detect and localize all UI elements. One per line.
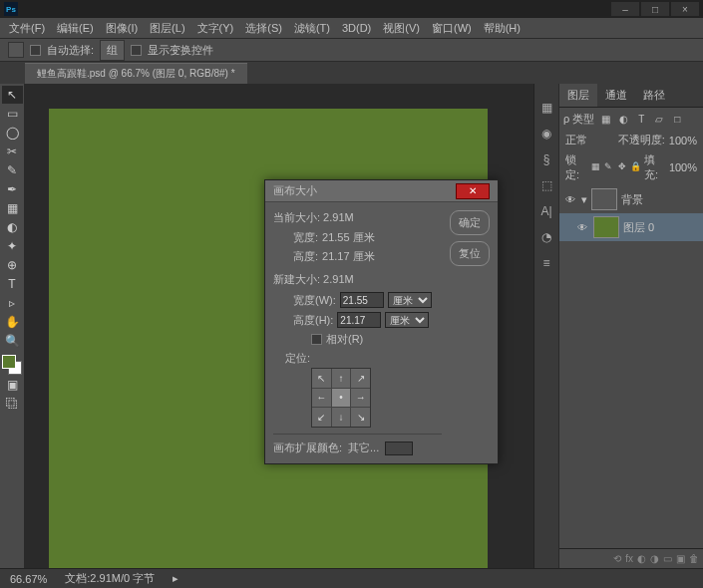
menu-edit[interactable]: 编辑(E) [52, 19, 99, 38]
info-chevron-icon[interactable]: ▸ [173, 572, 178, 585]
mask-icon[interactable]: ◐ [637, 553, 646, 564]
layers-panel: 图层 通道 路径 ρ 类型 ▦ ◐ T ▱ □ 正常 不透明度: 100% 锁定… [558, 84, 703, 568]
ext-color-swatch[interactable] [385, 441, 413, 455]
current-size-section: 当前大小: 2.91M 宽度:21.55 厘米 高度:21.17 厘米 [273, 210, 442, 266]
brush-tool[interactable]: ✒ [2, 180, 23, 198]
menu-view[interactable]: 视图(V) [378, 19, 425, 38]
close-button[interactable]: × [671, 2, 699, 16]
menu-help[interactable]: 帮助(H) [479, 19, 526, 38]
relative-checkbox[interactable] [311, 334, 322, 345]
opacity-value[interactable]: 100% [669, 135, 697, 147]
auto-select-target[interactable]: 组 [100, 40, 125, 61]
type-tool[interactable]: T [2, 275, 23, 293]
color-swatch[interactable] [2, 355, 22, 375]
menu-3d[interactable]: 3D(D) [337, 20, 376, 36]
anchor-c[interactable]: • [332, 389, 351, 408]
filter-type-icon[interactable]: T [634, 114, 648, 126]
layer-name[interactable]: 图层 0 [623, 220, 654, 235]
lock-all-icon[interactable]: 🔒 [630, 161, 641, 173]
filter-smart-icon[interactable]: □ [670, 114, 684, 126]
visibility-icon[interactable]: 👁 [563, 194, 577, 205]
menu-filter[interactable]: 滤镜(T) [289, 19, 335, 38]
group-icon[interactable]: ▭ [663, 553, 672, 564]
adjustments-icon[interactable]: ◔ [537, 228, 555, 246]
quickmask-tool[interactable]: ▣ [2, 376, 23, 394]
anchor-nw[interactable]: ↖ [312, 369, 331, 388]
new-width-input[interactable] [340, 292, 384, 308]
paragraph-icon[interactable]: A| [537, 202, 555, 220]
width-unit-select[interactable]: 厘米 [388, 292, 432, 308]
menu-file[interactable]: 文件(F) [4, 19, 50, 38]
menu-select[interactable]: 选择(S) [240, 19, 287, 38]
lasso-tool[interactable]: ◯ [2, 124, 23, 142]
layer-row[interactable]: 👁 图层 0 [559, 213, 703, 241]
marquee-tool[interactable]: ▭ [2, 105, 23, 123]
visibility-icon[interactable]: 👁 [575, 222, 589, 233]
maximize-button[interactable]: □ [641, 2, 669, 16]
reset-button[interactable]: 复位 [450, 241, 490, 266]
link-icon[interactable]: ⟲ [613, 553, 621, 564]
auto-select-checkbox[interactable] [30, 45, 41, 56]
healing-tool[interactable]: ⊕ [2, 256, 23, 274]
document-tab[interactable]: 鲤鱼高跟鞋.psd @ 66.7% (图层 0, RGB/8#) * [25, 63, 247, 84]
crop-tool[interactable]: ✂ [2, 143, 23, 160]
new-height-input[interactable] [337, 312, 381, 328]
group-name[interactable]: 背景 [621, 192, 643, 207]
anchor-e[interactable]: → [351, 389, 370, 408]
tab-channels[interactable]: 通道 [597, 84, 635, 107]
anchor-sw[interactable]: ↙ [312, 408, 331, 427]
menu-image[interactable]: 图像(I) [101, 19, 143, 38]
path-tool[interactable]: ▹ [2, 294, 23, 312]
anchor-w[interactable]: ← [312, 389, 331, 408]
foreground-color-icon[interactable] [2, 355, 16, 369]
new-layer-icon[interactable]: ▣ [676, 553, 685, 564]
minimize-button[interactable]: – [611, 2, 639, 16]
anchor-grid[interactable]: ↖↑↗ ←•→ ↙↓↘ [311, 368, 371, 428]
gradient-tool[interactable]: ◐ [2, 218, 23, 236]
filter-adjust-icon[interactable]: ◐ [616, 114, 630, 126]
adjustment-icon[interactable]: ◑ [650, 553, 659, 564]
anchor-s[interactable]: ↓ [332, 408, 351, 427]
zoom-value[interactable]: 66.67% [10, 573, 47, 585]
anchor-n[interactable]: ↑ [332, 369, 351, 388]
ok-button[interactable]: 确定 [450, 210, 490, 235]
anchor-se[interactable]: ↘ [351, 408, 370, 427]
lock-pixels-icon[interactable]: ✎ [603, 161, 613, 173]
properties-icon[interactable]: ≡ [537, 254, 555, 272]
fx-icon[interactable]: fx [625, 553, 633, 564]
move-tool-preset-icon[interactable] [8, 42, 24, 58]
dialog-titlebar[interactable]: 画布大小 ✕ [265, 180, 498, 202]
tab-paths[interactable]: 路径 [635, 84, 673, 107]
layer-group-row[interactable]: 👁 ▾ 背景 [559, 185, 703, 213]
tab-layers[interactable]: 图层 [559, 84, 597, 107]
lock-position-icon[interactable]: ✥ [617, 161, 627, 173]
screenmode-tool[interactable]: ⿻ [2, 395, 23, 413]
history-icon[interactable]: ▦ [537, 99, 555, 117]
filter-shape-icon[interactable]: ▱ [652, 114, 666, 126]
anchor-ne[interactable]: ↗ [351, 369, 370, 388]
height-unit-select[interactable]: 厘米 [385, 312, 429, 328]
fill-value[interactable]: 100% [669, 161, 697, 173]
swatches-icon[interactable]: ⬚ [537, 176, 555, 194]
menu-type[interactable]: 文字(Y) [192, 19, 239, 38]
pen-tool[interactable]: ✦ [2, 237, 23, 255]
ext-color-select[interactable]: 其它... [348, 441, 379, 455]
stamp-tool[interactable]: ▦ [2, 199, 23, 217]
doc-info[interactable]: 文档:2.91M/0 字节 [65, 571, 155, 586]
character-icon[interactable]: § [537, 150, 555, 168]
filter-kind-label[interactable]: ρ 类型 [563, 112, 594, 127]
eyedropper-tool[interactable]: ✎ [2, 161, 23, 179]
menu-window[interactable]: 窗口(W) [427, 19, 477, 38]
blend-mode-select[interactable]: 正常 [565, 133, 587, 147]
zoom-tool[interactable]: 🔍 [2, 332, 23, 350]
filter-pixel-icon[interactable]: ▦ [598, 114, 612, 126]
move-tool[interactable]: ↖ [2, 86, 23, 104]
group-expand-icon[interactable]: ▾ [581, 193, 587, 206]
show-transform-checkbox[interactable] [131, 45, 142, 56]
lock-transparent-icon[interactable]: ▦ [590, 161, 600, 173]
trash-icon[interactable]: 🗑 [689, 553, 699, 564]
dialog-close-button[interactable]: ✕ [456, 183, 490, 199]
color-icon[interactable]: ◉ [537, 125, 555, 143]
hand-tool[interactable]: ✋ [2, 313, 23, 331]
menu-layer[interactable]: 图层(L) [145, 19, 189, 38]
